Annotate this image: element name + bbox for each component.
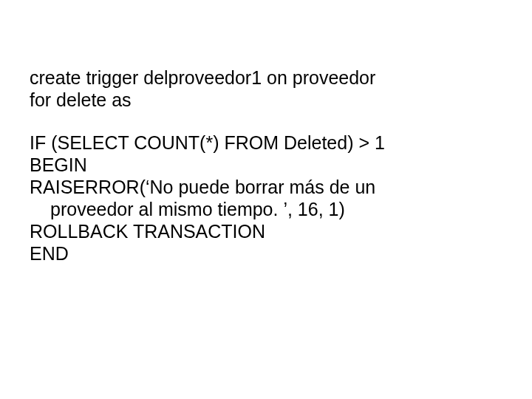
code-block-1: create trigger delproveedor1 on proveedo… bbox=[30, 66, 502, 111]
code-line: ROLLBACK TRANSACTION bbox=[30, 220, 502, 242]
code-line: IF (SELECT COUNT(*) FROM Deleted) > 1 bbox=[30, 132, 502, 154]
code-line: END bbox=[30, 242, 502, 265]
code-line: RAISERROR(‘No puede borrar más de un bbox=[30, 176, 502, 198]
code-block-2: IF (SELECT COUNT(*) FROM Deleted) > 1 BE… bbox=[30, 132, 502, 265]
code-line: BEGIN bbox=[30, 154, 502, 176]
code-line: create trigger delproveedor1 on proveedo… bbox=[30, 66, 502, 89]
code-line: proveedor al mismo tiempo. ’, 16, 1) bbox=[30, 198, 502, 220]
slide: create trigger delproveedor1 on proveedo… bbox=[0, 0, 532, 399]
code-line: for delete as bbox=[30, 89, 502, 111]
